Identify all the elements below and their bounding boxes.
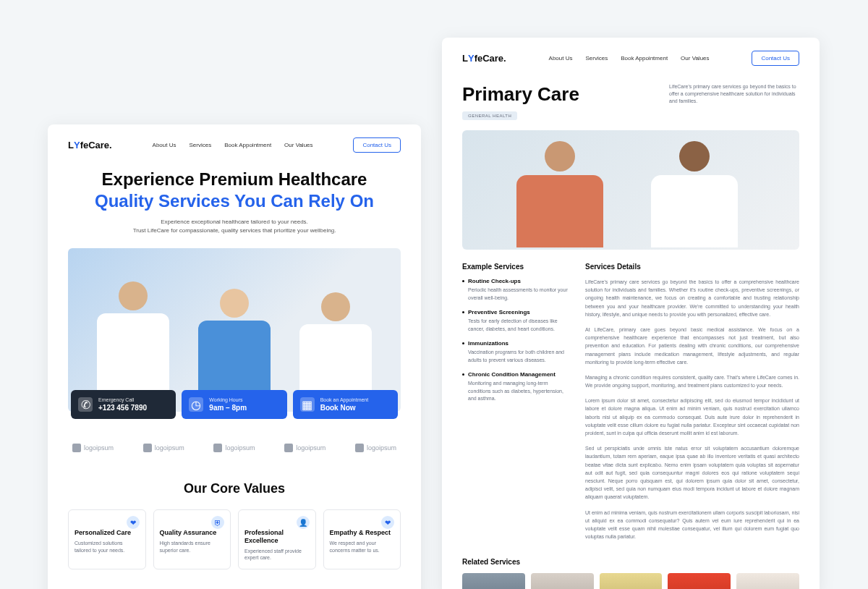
related-card[interactable] [531,573,594,589]
value-card: ❤ Empathy & Respect We respect and your … [323,509,401,569]
user-icon: 👤 [297,516,310,529]
related-card[interactable] [668,573,731,589]
value-desc: Experienced staff provide expert care. [244,548,310,562]
hero-line2: Quality Services You Can Rely On [95,191,374,211]
brand-logo[interactable]: LYfeCare. [462,53,506,64]
related-card[interactable] [462,573,525,589]
related-card[interactable] [600,573,663,589]
contact-button[interactable]: Contact Us [353,137,401,153]
logo-item: logoipsum [355,444,396,452]
service-item: Preventive Screenings Tests for early de… [462,309,571,333]
nav-about[interactable]: About Us [153,142,176,148]
values-row: ❤ Personalized Care Customized solutions… [68,509,401,569]
nav-services[interactable]: Services [585,55,608,62]
patient-icon [506,141,614,250]
details-heading: Services Details [585,263,799,271]
value-card: ❤ Personalized Care Customized solutions… [68,509,146,569]
hero-line1: Experience Premium Healthcare [102,169,367,189]
nav-book[interactable]: Book Appointment [621,55,668,62]
service-item: Routine Check-ups Periodic health assess… [462,278,571,302]
doctor-icon [647,141,741,250]
related-heading: Related Services [462,558,799,566]
core-values-heading: Our Core Values [68,481,401,496]
example-services-column: Example Services Routine Check-ups Perio… [462,263,571,548]
logo-item: logoipsum [72,444,114,452]
value-desc: High standards ensure superior care. [160,540,225,554]
value-desc: Customized solutions tailored to your ne… [75,540,140,554]
brand-mid: Y [74,140,80,151]
heart-icon: ❤ [127,516,140,529]
contact-button[interactable]: Contact Us [752,51,799,66]
nav-services[interactable]: Services [189,142,211,148]
book-card[interactable]: ▦ Book an Appointment Book Now [293,390,398,419]
example-services-heading: Example Services [462,263,571,271]
nav-links: About Us Services Book Appointment Our V… [153,142,313,148]
paragraph: Lorem ipsum dolor sit amet, consectetur … [585,397,799,437]
clock-icon: ◷ [189,397,203,412]
service-title: Immunizations [462,340,571,347]
nav-book[interactable]: Book Appointment [224,142,271,148]
brand-suffix: feCare. [80,140,112,151]
value-title: Empathy & Respect [330,529,395,537]
emergency-card[interactable]: ✆ Emergency Call +123 456 7890 [71,390,176,419]
shield-icon: ⛨ [211,516,224,529]
logo-item: logoipsum [284,444,326,452]
paragraph: Managing a chronic condition requires co… [585,373,799,389]
nav-links: About Us Services Book Appointment Our V… [549,55,710,62]
value-card: 👤 Professional Excellence Experienced st… [238,509,316,569]
primary-care-mockup: LYfeCare. About Us Services Book Appoint… [442,38,820,589]
service-desc: Periodic health assessments to monitor y… [462,287,571,302]
service-desc: Monitoring and managing long-term condit… [462,380,571,403]
heart-icon: ❤ [381,516,394,529]
value-title: Personalized Care [75,529,140,537]
value-title: Professional Excellence [244,529,310,545]
nav-values[interactable]: Our Values [681,55,709,62]
hero-sub: Experience exceptional healthcare tailor… [68,218,401,235]
value-title: Quality Assurance [160,529,225,537]
paragraph: At LifeCare, primary care goes beyond ba… [585,326,799,366]
service-item: Immunizations Vaccination programs for b… [462,340,571,364]
paragraph: Sed ut perspiciatis unde omnis iste natu… [585,444,799,501]
value-desc: We respect and your concerns matter to u… [330,540,395,554]
primary-care-photo [462,130,799,250]
page-intro: LifeCare's primary care services go beyo… [669,83,799,104]
homepage-mockup: LYfeCare. About Us Services Book Appoint… [48,124,421,589]
hero-photo [68,248,401,412]
book-value: Book Now [320,404,369,412]
details-column: Services Details LifeCare's primary care… [585,263,799,548]
nav-values[interactable]: Our Values [284,142,312,148]
page-header: Primary Care GENERAL HEALTH LifeCare's p… [462,83,799,120]
related-row [462,573,799,589]
phone-icon: ✆ [78,397,93,412]
cta-row: ✆ Emergency Call +123 456 7890 ◷ Working… [68,390,401,419]
service-title: Preventive Screenings [462,309,571,315]
content-columns: Example Services Routine Check-ups Perio… [462,263,799,548]
hours-value: 9am – 8pm [209,404,247,412]
logo-item: logoipsum [213,444,255,452]
partner-logos: logoipsum logoipsum logoipsum logoipsum … [68,444,401,452]
hours-label: Working Hours [209,397,247,402]
value-card: ⛨ Quality Assurance High standards ensur… [153,509,231,569]
service-title: Routine Check-ups [462,278,571,284]
service-desc: Vaccination programs for both children a… [462,349,571,364]
hours-card[interactable]: ◷ Working Hours 9am – 8pm [182,390,286,419]
emergency-value: +123 456 7890 [98,404,147,412]
brand-logo[interactable]: LYfeCare. [68,140,112,151]
top-nav: LYfeCare. About Us Services Book Appoint… [462,51,799,66]
nav-about[interactable]: About Us [549,55,573,62]
paragraph: LifeCare's primary care services go beyo… [585,278,799,318]
service-title: Chronic Condition Management [462,371,571,378]
book-label: Book an Appointment [320,397,369,402]
logo-item: logoipsum [143,444,184,452]
page-title: Primary Care [462,83,579,106]
top-nav: LYfeCare. About Us Services Book Appoint… [68,137,401,153]
brand-prefix: L [68,140,74,151]
emergency-label: Emergency Call [98,397,147,402]
service-item: Chronic Condition Management Monitoring … [462,371,571,403]
paragraph: Ut enim ad minima veniam, quis nostrum e… [585,509,799,541]
related-card[interactable] [736,573,799,589]
category-tag: GENERAL HEALTH [462,111,517,120]
service-desc: Tests for early detection of diseases li… [462,318,571,333]
calendar-icon: ▦ [300,397,315,412]
hero-heading: Experience Premium Healthcare Quality Se… [68,169,401,212]
